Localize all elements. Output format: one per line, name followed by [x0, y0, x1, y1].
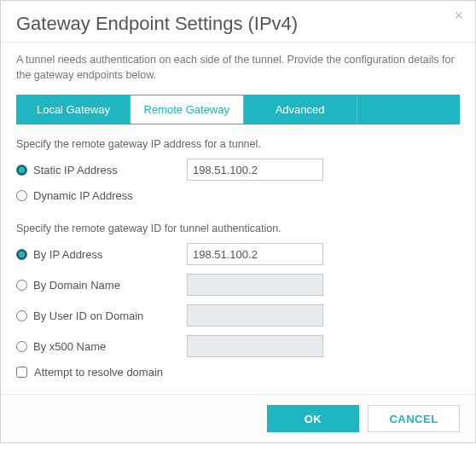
radio-by-ip[interactable]	[16, 249, 27, 260]
ip-section-label: Specify the remote gateway IP address fo…	[16, 138, 460, 150]
input-by-ip[interactable]	[187, 243, 323, 265]
label-by-domain[interactable]: By Domain Name	[33, 279, 120, 292]
input-by-userid	[187, 304, 323, 327]
tab-advanced[interactable]: Advanced	[244, 95, 357, 124]
dialog-title: Gateway Endpoint Settings (IPv4)	[16, 13, 298, 34]
input-by-x500	[187, 335, 323, 357]
radio-dynamic-ip[interactable]	[16, 190, 27, 201]
row-dynamic-ip: Dynamic IP Address	[16, 189, 460, 202]
radio-by-x500[interactable]	[16, 341, 27, 352]
dialog-header: Gateway Endpoint Settings (IPv4) ×	[1, 1, 475, 43]
label-by-userid[interactable]: By User ID on Domain	[33, 309, 143, 322]
input-static-ip[interactable]	[187, 159, 323, 181]
row-by-domain: By Domain Name	[16, 274, 460, 296]
dialog-description: A tunnel needs authentication on each si…	[16, 53, 460, 83]
label-resolve-domain[interactable]: Attempt to resolve domain	[34, 366, 163, 379]
id-section-label: Specify the remote gateway ID for tunnel…	[16, 223, 460, 234]
cancel-button[interactable]: CANCEL	[368, 405, 460, 432]
dialog-footer: OK CANCEL	[1, 394, 475, 442]
tabs: Local Gateway Remote Gateway Advanced	[16, 95, 460, 124]
radio-static-ip[interactable]	[16, 165, 27, 176]
row-resolve-domain: Attempt to resolve domain	[16, 366, 460, 379]
row-by-x500: By x500 Name	[16, 335, 460, 357]
radio-by-domain[interactable]	[16, 280, 27, 291]
label-static-ip[interactable]: Static IP Address	[33, 164, 118, 176]
label-dynamic-ip[interactable]: Dynamic IP Address	[33, 189, 133, 202]
label-by-x500[interactable]: By x500 Name	[33, 340, 106, 353]
tab-local-gateway[interactable]: Local Gateway	[17, 95, 131, 124]
close-icon[interactable]: ×	[454, 8, 463, 23]
ok-button[interactable]: OK	[267, 405, 359, 432]
row-by-ip: By IP Address	[16, 243, 460, 265]
row-by-userid: By User ID on Domain	[16, 304, 460, 327]
radio-by-userid[interactable]	[16, 310, 27, 321]
gateway-endpoint-settings-dialog: Gateway Endpoint Settings (IPv4) × A tun…	[0, 0, 476, 443]
label-by-ip[interactable]: By IP Address	[33, 248, 102, 261]
dialog-body: A tunnel needs authentication on each si…	[1, 43, 475, 394]
tab-empty	[357, 95, 459, 124]
checkbox-resolve-domain[interactable]	[16, 367, 27, 378]
input-by-domain	[187, 274, 323, 296]
row-static-ip: Static IP Address	[16, 159, 460, 181]
tab-remote-gateway[interactable]: Remote Gateway	[131, 95, 244, 124]
